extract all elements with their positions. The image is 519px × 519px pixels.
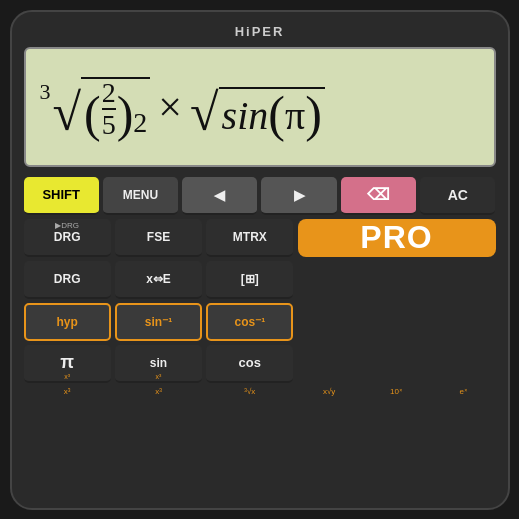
hyp-button[interactable]: hyp	[24, 303, 111, 341]
menu-button[interactable]: MENU	[103, 177, 178, 215]
shift-label: SHIFT	[42, 187, 80, 202]
right-arrow-icon	[294, 187, 305, 203]
radical-sign: √	[53, 87, 82, 139]
sin-inv-label: sin⁻¹	[145, 315, 172, 329]
app-title: HiPER	[235, 24, 285, 39]
fraction: 2 5	[102, 79, 116, 139]
pi-bottom: x³	[24, 387, 111, 396]
sin-inv-button[interactable]: sin⁻¹	[115, 303, 202, 341]
calculator: HiPER 3 √ ( 2 5 ) 2 ×	[10, 10, 510, 510]
sin-bottom: x³	[115, 387, 202, 396]
row-trig: π x³ sin x³ cos	[24, 345, 294, 383]
cube-root: 3 √ ( 2 5 ) 2	[40, 75, 151, 139]
hyp-label: hyp	[56, 315, 77, 329]
times-sign: ×	[158, 83, 182, 131]
menu-label: MENU	[123, 188, 158, 202]
right-arrow-button[interactable]	[261, 177, 336, 215]
cos-bottom: ³√x	[206, 387, 293, 396]
sub-labels-row: x³ x³ ³√x x√y 10ˣ eˣ	[24, 387, 496, 396]
title-bar: HiPER	[24, 24, 496, 39]
row-top: SHIFT MENU AC	[24, 177, 496, 215]
sqrt-sign: √	[190, 87, 219, 139]
exponent: 2	[133, 107, 147, 139]
left-buttons: ▶DRG DRG FSE MTRX DRG x⇔	[24, 219, 294, 383]
buttons-area: SHIFT MENU AC	[24, 177, 496, 396]
row-drg: ▶DRG DRG FSE MTRX	[24, 219, 294, 257]
backspace-icon	[367, 185, 390, 204]
pro-label: PRO	[360, 219, 432, 256]
sin-text: sin	[222, 92, 269, 139]
left-arrow-icon	[214, 187, 225, 203]
drg-button[interactable]: DRG	[24, 261, 111, 299]
backspace-button[interactable]	[341, 177, 416, 215]
pro-badge: PRO	[298, 219, 496, 257]
row-xE: DRG x⇔E [⊞]	[24, 261, 294, 299]
grid-label: [⊞]	[241, 272, 259, 286]
fse-label: FSE	[147, 230, 170, 244]
close-paren: )	[117, 89, 134, 139]
fse-button[interactable]: FSE	[115, 219, 202, 257]
cos-label: cos	[239, 355, 261, 370]
extra3: eˣ	[432, 387, 495, 396]
pi-label: π	[60, 352, 74, 373]
display-content: 3 √ ( 2 5 ) 2 × √ sin (	[40, 75, 325, 139]
cos-inv-button[interactable]: cos⁻¹	[206, 303, 293, 341]
cos-button[interactable]: cos	[206, 345, 293, 383]
shift-button[interactable]: SHIFT	[24, 177, 99, 215]
pi-sub-label: x³	[64, 373, 70, 380]
sqrt-content: sin ( π )	[219, 87, 325, 139]
bottom-section: ▶DRG DRG FSE MTRX DRG x⇔	[24, 219, 496, 383]
extra1: x√y	[298, 387, 361, 396]
radical-content: ( 2 5 ) 2	[81, 77, 150, 139]
ac-label: AC	[448, 187, 468, 203]
mtrx-button[interactable]: MTRX	[206, 219, 293, 257]
sin-close-paren: )	[305, 89, 322, 139]
drg-top-label: ▶DRG	[55, 221, 79, 230]
cos-inv-label: cos⁻¹	[234, 315, 265, 329]
sin-button[interactable]: sin x³	[115, 345, 202, 383]
sin-label: sin	[150, 356, 167, 370]
open-paren: (	[84, 89, 101, 139]
xE-label: x⇔E	[146, 272, 171, 286]
extra2: 10ˣ	[365, 387, 428, 396]
sqrt: √ sin ( π )	[190, 85, 325, 139]
row-inv: hyp sin⁻¹ cos⁻¹	[24, 303, 294, 341]
pi-button[interactable]: π x³	[24, 345, 111, 383]
left-arrow-button[interactable]	[182, 177, 257, 215]
xE-button[interactable]: x⇔E	[115, 261, 202, 299]
sin-sub-label: x³	[156, 373, 162, 380]
ac-button[interactable]: AC	[420, 177, 495, 215]
sin-open-paren: (	[268, 89, 285, 139]
grid-button[interactable]: [⊞]	[206, 261, 293, 299]
drg-label: DRG	[54, 230, 81, 244]
mtrx-label: MTRX	[233, 230, 267, 244]
drg-mode-button[interactable]: ▶DRG DRG	[24, 219, 111, 257]
radical-index: 3	[40, 79, 51, 105]
display: 3 √ ( 2 5 ) 2 × √ sin (	[24, 47, 496, 167]
drg2-label: DRG	[54, 272, 81, 286]
pi-char: π	[285, 92, 305, 139]
